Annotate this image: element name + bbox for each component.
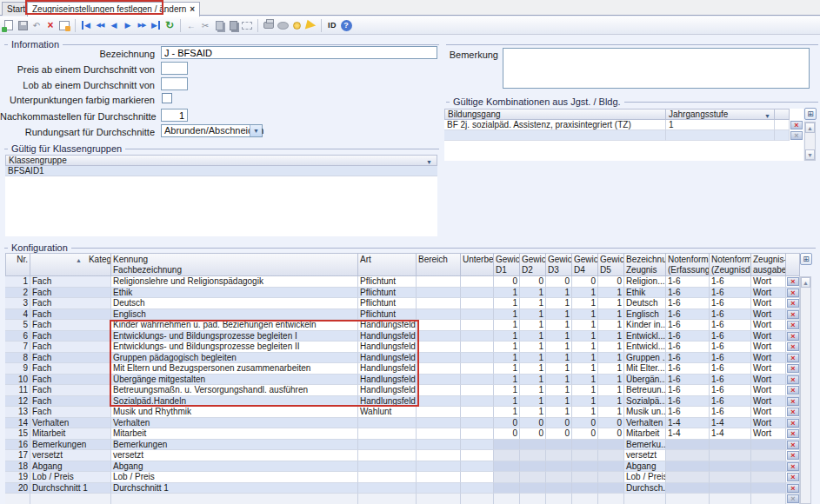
- kombinationen-column-chooser-button[interactable]: ⊞: [804, 108, 817, 120]
- konfig-row-5[interactable]: 5FachKinder wahrnehmen u. päd. Beziehung…: [5, 320, 800, 331]
- klassengruppen-row[interactable]: BFSAID1: [5, 166, 437, 176]
- unterpunktungen-checkbox[interactable]: [162, 93, 172, 103]
- kombinationen-col-bildungsgang[interactable]: Bildungsgang: [444, 109, 666, 120]
- save-button[interactable]: [16, 18, 30, 33]
- bezeichnung-input[interactable]: [161, 46, 437, 59]
- rundungsart-select[interactable]: Abrunden/Abschneiden ▼: [161, 124, 263, 137]
- konfig-col-zeugnisausgabe[interactable]: Zeugnis- ausgabe: [751, 253, 786, 276]
- delete-row-button[interactable]: ×: [787, 375, 799, 384]
- delete-row-button[interactable]: ×: [787, 332, 799, 341]
- kombinationen-col-jahrgangsstufe[interactable]: Jahrgangsstufe ▼: [666, 109, 775, 120]
- tip-button[interactable]: [290, 18, 303, 33]
- delete-row-button[interactable]: ×: [787, 310, 799, 319]
- rundungsart-dropdown-icon[interactable]: ▼: [250, 125, 262, 136]
- delete-row-button[interactable]: ×: [787, 299, 799, 308]
- konfig-col-bereich[interactable]: Bereich: [417, 253, 461, 276]
- kombinationen-empty-row[interactable]: ×: [444, 130, 803, 141]
- konfig-row-4[interactable]: 4FachEnglischPflichtunt11111Englisch1-61…: [5, 309, 800, 321]
- previous-record-button[interactable]: ◀: [107, 18, 121, 33]
- delete-row-button[interactable]: ×: [787, 408, 799, 416]
- delete-row-button[interactable]: ×: [787, 277, 799, 286]
- new-record-button[interactable]: [2, 18, 16, 33]
- scroll-up-icon[interactable]: ▲: [801, 277, 810, 288]
- konfig-row-12[interactable]: 12FachSozialpäd.HandelnHandlungsfeld1111…: [5, 396, 800, 408]
- next-page-button[interactable]: ▶▶: [135, 18, 149, 33]
- nachkommastellen-input[interactable]: [161, 109, 188, 122]
- previous-page-button[interactable]: ◀◀: [93, 18, 107, 33]
- delete-row-button[interactable]: ×: [787, 342, 799, 351]
- delete-row-button[interactable]: ×: [787, 364, 799, 373]
- tab-zeugniseinstellungen[interactable]: Zeugniseinstellungen festlegen / ändern×: [27, 2, 200, 17]
- konfig-row-9[interactable]: 9FachMit Eltern und Bezugspersonen zusam…: [5, 363, 800, 375]
- konfig-col-art[interactable]: Art: [358, 253, 417, 276]
- bemerkung-textarea[interactable]: [503, 48, 810, 89]
- delete-row-button[interactable]: ×: [787, 429, 799, 438]
- konfig-empty-row[interactable]: ×: [5, 494, 800, 504]
- klassengruppe-dropdown-icon[interactable]: ▼: [426, 157, 432, 167]
- next-record-button[interactable]: ▶: [121, 18, 135, 33]
- delete-row-button[interactable]: ×: [787, 419, 799, 428]
- konfig-col-gewicht-d4[interactable]: Gewicht D4: [572, 253, 598, 276]
- klassengruppen-header[interactable]: Klassengruppe ▼: [5, 155, 437, 166]
- tab-active-close-icon[interactable]: ×: [190, 4, 195, 14]
- delete-row-button[interactable]: ×: [787, 397, 799, 406]
- undo-button[interactable]: ↶: [30, 18, 43, 33]
- konfig-col-gewicht-d3[interactable]: Gewicht D3: [546, 253, 572, 276]
- delete-row-button[interactable]: ×: [787, 354, 799, 362]
- copy-button[interactable]: [212, 18, 226, 33]
- delete-row-button[interactable]: ×: [787, 386, 799, 395]
- konfig-col-nr[interactable]: Nr.: [5, 253, 30, 276]
- konfig-row-11[interactable]: 11FachBetreuungsmaßn. u. Versorgungshand…: [5, 385, 800, 396]
- paste-button[interactable]: [226, 18, 240, 33]
- kombinationen-row[interactable]: BF 2j. sozialpäd. Assistenz, praxisinteg…: [444, 120, 803, 130]
- konfig-row-18[interactable]: 18AbgangAbgangAbgang×: [5, 461, 800, 473]
- konfiguration-column-chooser-button[interactable]: ⊞: [800, 253, 812, 265]
- print-button[interactable]: [262, 18, 276, 33]
- konfig-row-7[interactable]: 7FachEntwicklungs- und Bildungsprozesse …: [5, 342, 800, 353]
- konfig-col-kennung[interactable]: Kennung Fachbezeichnung: [111, 253, 358, 276]
- back-button[interactable]: ←: [184, 18, 198, 33]
- konfig-col-kategorie[interactable]: ▲Kategorie: [30, 253, 111, 276]
- konfig-row-19[interactable]: 19Lob / PreisLob / PreisLob / Preis×: [5, 472, 800, 483]
- preview-button[interactable]: [276, 18, 290, 33]
- scroll-up-icon[interactable]: ▲: [805, 123, 815, 133]
- delete-row-button[interactable]: ×: [787, 484, 799, 493]
- delete-row-button[interactable]: ×: [787, 451, 799, 460]
- konfig-row-1[interactable]: 1FachReligionslehre und Religionspädagog…: [5, 276, 800, 288]
- help-button[interactable]: ?: [339, 18, 353, 33]
- konfig-col-bezeichnung-zeugnis[interactable]: Bezeichnun Zeugnis: [624, 253, 666, 276]
- refresh-button[interactable]: ↻: [163, 18, 177, 33]
- konfig-row-8[interactable]: 8FachGruppen pädagogisch begleitenHandlu…: [5, 353, 800, 364]
- select-button[interactable]: [240, 18, 254, 33]
- konfig-row-10[interactable]: 10FachÜbergänge mitgestaltenHandlungsfel…: [5, 375, 800, 386]
- delete-record-button[interactable]: ×: [43, 18, 57, 33]
- first-record-button[interactable]: ◀: [79, 18, 93, 33]
- delete-row-button[interactable]: ×: [787, 288, 799, 297]
- notification-button[interactable]: [303, 18, 317, 33]
- konfig-col-notenformat-zeugnisdruck[interactable]: Notenformat (Zeugnisdruck): [710, 253, 751, 276]
- scroll-down-icon[interactable]: ▼: [805, 149, 815, 160]
- delete-row-button[interactable]: ×: [787, 473, 799, 481]
- konfig-col-gewicht-d5[interactable]: Gewicht D5: [598, 253, 624, 276]
- lob-input[interactable]: [161, 77, 188, 90]
- konfiguration-scrollbar[interactable]: ▲: [800, 276, 811, 504]
- preis-input[interactable]: [161, 62, 188, 75]
- cut-button[interactable]: ✂: [198, 18, 212, 33]
- konfig-row-15[interactable]: 15MitarbeitMitarbeit00000Mitarbeit1-41-4…: [5, 428, 800, 440]
- konfig-row-6[interactable]: 6FachEntwicklungs- und Bildungsprozesse …: [5, 331, 800, 342]
- edit-record-button[interactable]: [57, 18, 71, 33]
- delete-row-button[interactable]: ×: [787, 441, 799, 449]
- kombinationen-scrollbar[interactable]: ▲ ▼: [804, 122, 816, 161]
- konfig-col-unterbereich[interactable]: Unterber...: [461, 253, 494, 276]
- konfig-row-14[interactable]: 14VerhaltenVerhalten00000Verhalten1-41-4…: [5, 418, 800, 429]
- konfig-row-17[interactable]: 17versetztversetztversetzt×: [5, 450, 800, 461]
- konfig-row-13[interactable]: 13FachMusik und RhythmikWahlunt11111Musi…: [5, 407, 800, 418]
- konfig-row-20[interactable]: 20Durchschnitt 1Durchschnitt 1Durchsch..…: [5, 483, 800, 494]
- konfig-col-notenformat-erfassung[interactable]: Notenformat (Erfassung): [666, 253, 710, 276]
- konfig-col-gewicht-d2[interactable]: Gewicht D2: [520, 253, 546, 276]
- id-button[interactable]: ID: [325, 18, 339, 33]
- last-record-button[interactable]: ▶: [149, 18, 163, 33]
- konfig-row-16[interactable]: 16BemerkungenBemerkungenBemerku...×: [5, 440, 800, 451]
- kombination-delete-button[interactable]: ×: [790, 121, 803, 129]
- konfig-row-2[interactable]: 2FachEthikPflichtunt11111Ethik1-61-6Wort…: [5, 288, 800, 299]
